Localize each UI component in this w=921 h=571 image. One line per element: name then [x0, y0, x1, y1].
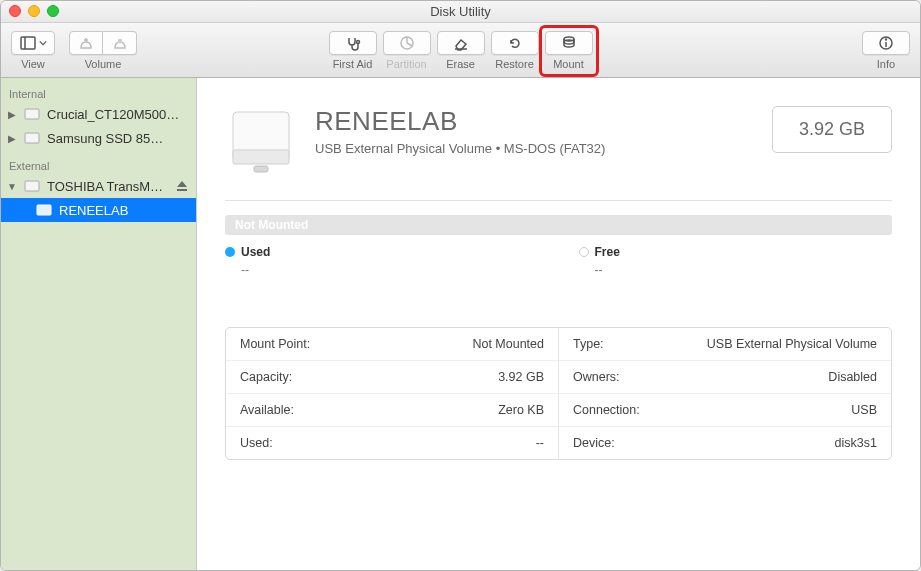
- mount-group: Mount: [545, 31, 593, 70]
- sidebar-section-external: External: [1, 156, 196, 174]
- disclosure-triangle-icon[interactable]: ▶: [7, 109, 17, 120]
- sidebar-item-reneelab[interactable]: RENEELAB: [1, 198, 196, 222]
- detail-row: Mount Point:Not Mounted: [226, 328, 558, 361]
- volume-add-icon: [78, 35, 94, 51]
- info-button[interactable]: [862, 31, 910, 55]
- details-right: Type:USB External Physical Volume Owners…: [559, 328, 891, 459]
- used-value: --: [225, 263, 539, 277]
- free-value: --: [579, 263, 893, 277]
- partition-label: Partition: [386, 58, 426, 70]
- disk-icon: [23, 105, 41, 123]
- separator: [225, 200, 892, 201]
- sidebar-item-label: Crucial_CT120M500…: [47, 107, 179, 122]
- partition-button: [383, 31, 431, 55]
- detail-row: Type:USB External Physical Volume: [559, 328, 891, 361]
- volume-name: RENEELAB: [315, 106, 605, 137]
- chevron-down-icon: [39, 39, 47, 47]
- volume-large-icon: [225, 106, 297, 178]
- used-dot-icon: [225, 247, 235, 257]
- svg-rect-15: [25, 109, 39, 119]
- minimize-icon[interactable]: [28, 5, 40, 17]
- disk-icon: [23, 177, 41, 195]
- partition-group: Partition: [383, 31, 431, 70]
- titlebar: Disk Utility: [1, 1, 920, 23]
- free-dot-icon: [579, 247, 589, 257]
- volume-label: Volume: [85, 58, 122, 70]
- window-title: Disk Utility: [430, 4, 491, 19]
- mount-status-bar: Not Mounted: [225, 215, 892, 235]
- svg-rect-20: [233, 150, 289, 164]
- used-label: Used: [241, 245, 270, 259]
- volume-remove-icon: [112, 35, 128, 51]
- info-label: Info: [877, 58, 895, 70]
- sidebar-item-samsung[interactable]: ▶ Samsung SSD 85…: [1, 126, 196, 150]
- details-left: Mount Point:Not Mounted Capacity:3.92 GB…: [226, 328, 559, 459]
- usage-free: Free --: [579, 245, 893, 277]
- toolbar: View Volume First Aid Partition Erase: [1, 23, 920, 78]
- usage-row: Used -- Free --: [225, 245, 892, 277]
- svg-rect-0: [21, 37, 35, 49]
- mount-icon: [561, 35, 577, 51]
- restore-icon: [507, 35, 523, 51]
- sidebar-item-label: Samsung SSD 85…: [47, 131, 163, 146]
- svg-rect-17: [25, 181, 39, 191]
- svg-point-5: [356, 40, 359, 43]
- disclosure-triangle-icon[interactable]: ▼: [7, 181, 17, 192]
- zoom-icon[interactable]: [47, 5, 59, 17]
- volume-header: RENEELAB USB External Physical Volume • …: [225, 106, 892, 178]
- erase-group: Erase: [437, 31, 485, 70]
- restore-button[interactable]: [491, 31, 539, 55]
- mount-button[interactable]: [545, 31, 593, 55]
- svg-line-8: [407, 43, 412, 46]
- free-label: Free: [595, 245, 620, 259]
- disclosure-triangle-icon[interactable]: ▶: [7, 133, 17, 144]
- main-content: RENEELAB USB External Physical Volume • …: [197, 78, 920, 570]
- view-group: View: [11, 31, 55, 70]
- info-icon: [878, 35, 894, 51]
- volume-size-box: 3.92 GB: [772, 106, 892, 153]
- svg-rect-21: [254, 166, 268, 172]
- pie-icon: [399, 35, 415, 51]
- first-aid-label: First Aid: [333, 58, 373, 70]
- stethoscope-icon: [345, 35, 361, 51]
- view-label: View: [21, 58, 45, 70]
- svg-rect-18: [37, 205, 51, 215]
- mount-label: Mount: [553, 58, 584, 70]
- first-aid-group: First Aid: [329, 31, 377, 70]
- volume-group: Volume: [69, 31, 137, 70]
- volume-subtitle: USB External Physical Volume • MS-DOS (F…: [315, 141, 605, 156]
- erase-label: Erase: [446, 58, 475, 70]
- detail-row: Available:Zero KB: [226, 394, 558, 427]
- restore-label: Restore: [495, 58, 534, 70]
- details-table: Mount Point:Not Mounted Capacity:3.92 GB…: [225, 327, 892, 460]
- sidebar-item-crucial[interactable]: ▶ Crucial_CT120M500…: [1, 102, 196, 126]
- toolbar-center: First Aid Partition Erase Restore Mount: [329, 31, 593, 70]
- erase-button[interactable]: [437, 31, 485, 55]
- svg-point-14: [886, 39, 887, 40]
- detail-row: Connection:USB: [559, 394, 891, 427]
- window-controls: [9, 5, 59, 17]
- body: Internal ▶ Crucial_CT120M500… ▶ Samsung …: [1, 78, 920, 570]
- eject-icon[interactable]: [176, 180, 188, 192]
- volume-heading-text: RENEELAB USB External Physical Volume • …: [315, 106, 605, 156]
- detail-row: Capacity:3.92 GB: [226, 361, 558, 394]
- view-button[interactable]: [11, 31, 55, 55]
- close-icon[interactable]: [9, 5, 21, 17]
- first-aid-button[interactable]: [329, 31, 377, 55]
- volume-remove-button[interactable]: [103, 31, 137, 55]
- sidebar-item-toshiba[interactable]: ▼ TOSHIBA TransM…: [1, 174, 196, 198]
- sidebar-item-label: RENEELAB: [59, 203, 128, 218]
- svg-rect-16: [25, 133, 39, 143]
- erase-icon: [453, 35, 469, 51]
- volume-add-button[interactable]: [69, 31, 103, 55]
- sidebar-layout-icon: [20, 35, 36, 51]
- usage-used: Used --: [225, 245, 539, 277]
- disk-icon: [23, 129, 41, 147]
- detail-row: Device:disk3s1: [559, 427, 891, 459]
- svg-point-11: [564, 40, 574, 44]
- sidebar-item-label: TOSHIBA TransM…: [47, 179, 163, 194]
- disk-icon: [35, 201, 53, 219]
- detail-row: Owners:Disabled: [559, 361, 891, 394]
- disk-utility-window: Disk Utility View Volume First Aid: [0, 0, 921, 571]
- sidebar-section-internal: Internal: [1, 84, 196, 102]
